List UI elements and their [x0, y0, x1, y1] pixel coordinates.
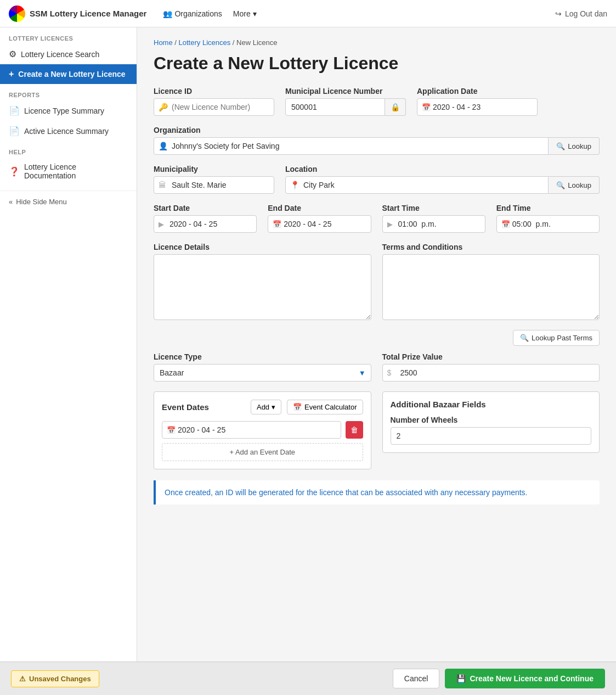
bottom-actions: Cancel 💾 Create New Licence and Continue — [393, 669, 605, 688]
search-icon: 🔍 — [556, 142, 565, 150]
sidebar-item-label: Lottery Licence Search — [21, 50, 99, 59]
start-date-input[interactable] — [154, 215, 257, 233]
org-field-icon: 👤 — [159, 142, 168, 150]
breadcrumb-home[interactable]: Home — [154, 38, 173, 47]
start-date-group: Start Date ▶ — [154, 204, 257, 233]
sidebar-item-label: Licence Type Summary — [24, 107, 104, 115]
sidebar-item-type-summary[interactable]: 📄 Licence Type Summary — [0, 100, 137, 121]
sidebar-item-create[interactable]: + Create a New Lottery Licence — [0, 64, 137, 84]
sidebar-section-lottery: LOTTERY LICENCES — [0, 27, 137, 44]
hide-sidebar-icon: « — [9, 198, 13, 206]
start-time-group: Start Time ▶ — [382, 204, 485, 233]
sidebar-section-reports: REPORTS — [0, 84, 137, 100]
licence-details-textarea[interactable] — [154, 254, 371, 320]
organization-lookup-button[interactable]: 🔍 Lookup — [549, 137, 600, 155]
search-icon: ⚙ — [9, 49, 16, 59]
licence-id-input[interactable] — [154, 98, 274, 116]
licence-id-input-wrapper: 🔑 — [154, 98, 274, 116]
form-row-org: Organization 👤 🔍 Lookup — [154, 126, 600, 155]
location-input[interactable] — [285, 176, 549, 194]
terms-textarea[interactable] — [382, 254, 600, 320]
org-icon: 👥 — [163, 9, 172, 18]
terms-label: Terms and Conditions — [382, 243, 600, 251]
additional-fields-title: Additional Bazaar Fields — [391, 400, 592, 409]
end-time-input[interactable] — [496, 215, 600, 233]
location-label: Location — [285, 165, 600, 173]
location-lookup-button[interactable]: 🔍 Lookup — [549, 176, 600, 194]
sidebar: LOTTERY LICENCES ⚙ Lottery Licence Searc… — [0, 27, 137, 695]
end-date-input[interactable] — [268, 215, 371, 233]
app-name: SSM Lottery Licence Manager — [30, 9, 146, 18]
add-event-dropdown-button[interactable]: Add ▾ — [251, 400, 281, 414]
logo-icon — [9, 5, 25, 22]
start-time-input[interactable] — [382, 215, 485, 233]
application-date-input-wrapper: 📅 — [417, 98, 538, 116]
start-date-label: Start Date — [154, 204, 257, 212]
sidebar-item-active-summary[interactable]: 📄 Active Licence Summary — [0, 121, 137, 141]
app-logo: SSM Lottery Licence Manager — [9, 5, 146, 22]
event-date-input[interactable] — [162, 421, 341, 439]
municipal-licence-label: Municipal Licence Number — [285, 87, 406, 96]
sidebar-section-help: HELP — [0, 141, 137, 158]
licence-type-group: Licence Type Bazaar — [154, 352, 371, 382]
add-event-date-button[interactable]: + Add an Event Date — [162, 443, 363, 461]
cancel-button[interactable]: Cancel — [393, 669, 440, 688]
num-wheels-input[interactable] — [391, 427, 592, 445]
plus-icon: + — [9, 69, 14, 79]
info-message: Once created, an ID will be generated fo… — [154, 480, 600, 505]
organization-input[interactable] — [154, 137, 549, 155]
municipal-licence-group: Municipal Licence Number 🔒 — [285, 87, 406, 116]
logout-button[interactable]: ↪ Log Out dan — [555, 9, 607, 18]
sidebar-item-label: Lottery Licence Documentation — [24, 162, 128, 180]
logout-icon: ↪ — [555, 9, 562, 18]
num-wheels-group: Number of Wheels — [391, 416, 592, 445]
end-time-group: End Time 📅 — [496, 204, 600, 233]
breadcrumb: Home / Lottery Licences / New Licence — [154, 38, 600, 47]
num-wheels-label: Number of Wheels — [391, 416, 592, 424]
nav-right: ↪ Log Out dan — [555, 9, 607, 18]
nav-organizations[interactable]: 👥 Organizations — [163, 9, 222, 18]
help-icon: ❓ — [9, 166, 20, 177]
breadcrumb-current: New Licence — [236, 38, 277, 47]
additional-fields-box: Additional Bazaar Fields Number of Wheel… — [382, 391, 600, 453]
search-icon3: 🔍 — [520, 334, 529, 342]
licence-details-group: Licence Details — [154, 243, 371, 320]
warning-icon: ⚠ — [19, 675, 26, 683]
sidebar-item-docs[interactable]: ❓ Lottery Licence Documentation — [0, 158, 137, 185]
calendar-calc-icon: 📅 — [293, 403, 302, 411]
calendar-icon: 📅 — [422, 103, 431, 111]
event-dates-header: Event Dates Add ▾ 📅 Event Calculator — [162, 400, 363, 414]
main-content: Home / Lottery Licences / New Licence Cr… — [137, 27, 616, 695]
form-row-details: Licence Details Terms and Conditions — [154, 243, 600, 320]
trash-icon: 🗑 — [351, 425, 358, 434]
lookup-past-terms-button[interactable]: 🔍 Lookup Past Terms — [513, 330, 600, 346]
nav-links: 👥 Organizations More ▾ — [163, 9, 256, 18]
municipal-licence-input[interactable] — [285, 98, 385, 116]
play2-icon: ▶ — [387, 220, 393, 228]
top-nav: SSM Lottery Licence Manager 👥 Organizati… — [0, 0, 616, 27]
create-licence-button[interactable]: 💾 Create New Licence and Continue — [445, 669, 605, 688]
licence-details-label: Licence Details — [154, 243, 371, 251]
total-prize-input[interactable] — [382, 364, 600, 382]
page-title: Create a New Lottery Licence — [154, 53, 600, 74]
bottom-bar: ⚠ Unsaved Changes Cancel 💾 Create New Li… — [0, 662, 616, 695]
nav-more[interactable]: More ▾ — [233, 9, 257, 18]
form-row-type-prize: Licence Type Bazaar Total Prize Value $ — [154, 352, 600, 382]
breadcrumb-section[interactable]: Lottery Licences — [179, 38, 231, 47]
end-time-label: End Time — [496, 204, 600, 212]
hide-sidebar-button[interactable]: « Hide Side Menu — [0, 190, 137, 212]
licence-type-select[interactable]: Bazaar — [154, 364, 371, 382]
delete-event-date-button[interactable]: 🗑 — [346, 421, 363, 439]
dollar-icon: $ — [387, 368, 392, 377]
event-calculator-button[interactable]: 📅 Event Calculator — [287, 400, 363, 414]
municipality-input[interactable] — [154, 176, 274, 194]
unsaved-changes-badge: ⚠ Unsaved Changes — [11, 670, 99, 687]
licence-id-group: Licence ID 🔑 — [154, 87, 274, 116]
sidebar-item-search[interactable]: ⚙ Lottery Licence Search — [0, 44, 137, 64]
municipality-group: Municipality 🏛 — [154, 165, 274, 194]
terms-group: Terms and Conditions — [382, 243, 600, 320]
licence-id-label: Licence ID — [154, 87, 274, 96]
application-date-input[interactable] — [417, 98, 538, 116]
application-date-group: Application Date 📅 — [417, 87, 538, 116]
save-icon: 💾 — [456, 674, 466, 683]
